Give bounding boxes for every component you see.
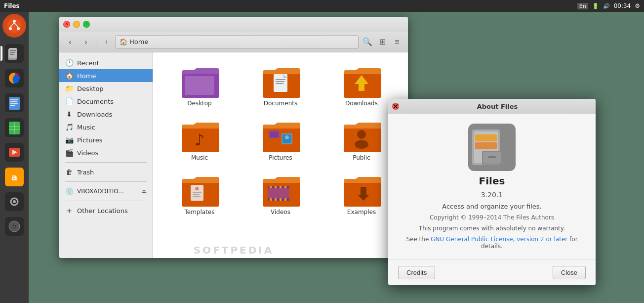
folder-music[interactable]: ♪ Music bbox=[161, 115, 238, 165]
downloads-folder-icon bbox=[342, 64, 381, 98]
sidebar-item-recent-label: Recent bbox=[77, 59, 99, 67]
plus-icon: + bbox=[65, 207, 73, 215]
sidebar-item-trash[interactable]: 🗑 Trash bbox=[59, 166, 153, 178]
sidebar-app-writer[interactable] bbox=[2, 91, 26, 115]
app-name: Files bbox=[479, 175, 505, 187]
templates-folder-icon: a bbox=[180, 173, 219, 207]
window-minimize-button[interactable]: − bbox=[73, 21, 80, 28]
menu-button[interactable]: ≡ bbox=[390, 35, 404, 49]
sidebar-app-impress[interactable] bbox=[2, 140, 26, 164]
eject-button[interactable]: ⏏ bbox=[141, 188, 147, 195]
svg-rect-8 bbox=[10, 52, 15, 53]
svg-text:a: a bbox=[11, 172, 17, 182]
nav-separator-1 bbox=[65, 162, 147, 163]
sidebar-item-other-locations[interactable]: + Other Locations bbox=[59, 204, 153, 217]
settings-icon[interactable]: ⚙ bbox=[635, 2, 640, 9]
sidebar-item-home[interactable]: 🏠 Home bbox=[59, 69, 153, 82]
pictures-nav-icon: 📷 bbox=[65, 136, 73, 144]
watermark: SOFTPEDIA bbox=[194, 244, 274, 256]
location-bar: 🏠 Home bbox=[115, 35, 359, 49]
calc-icon bbox=[5, 118, 24, 137]
license-link[interactable]: GNU General Public License, version 2 or… bbox=[431, 236, 567, 243]
window-maximize-button[interactable]: + bbox=[83, 21, 90, 28]
up-button[interactable]: ↑ bbox=[99, 35, 113, 49]
system-bar: Files En 🔋 🔊 00:34 ⚙ bbox=[0, 0, 644, 12]
nav-separator-3 bbox=[65, 201, 147, 201]
svg-text:♪: ♪ bbox=[195, 130, 204, 149]
desktop-icon: 📁 bbox=[65, 85, 73, 92]
window-toolbar: ‹ › ↑ 🏠 Home 🔍 ⊞ ≡ bbox=[59, 32, 408, 52]
close-button[interactable]: Close bbox=[553, 266, 586, 279]
credits-button[interactable]: Credits bbox=[398, 266, 435, 279]
nav-sidebar: 🕐 Recent 🏠 Home 📁 Desktop 📄 Documents ⬇ … bbox=[59, 52, 153, 258]
folder-pictures[interactable]: Pictures bbox=[242, 115, 319, 165]
app-copyright: Copyright © 1999–2014 The Files Authors bbox=[430, 214, 554, 221]
sidebar-app-dvd[interactable] bbox=[2, 215, 26, 238]
folder-documents[interactable]: Documents bbox=[242, 60, 319, 111]
sidebar-item-pictures[interactable]: 📷 Pictures bbox=[59, 133, 153, 146]
app-description: Access and organize your files. bbox=[442, 203, 541, 210]
sidebar-item-recent[interactable]: 🕐 Recent bbox=[59, 56, 153, 69]
sidebar-app-settings[interactable] bbox=[2, 190, 26, 214]
dialog-titlebar: ✕ About Files bbox=[388, 99, 596, 114]
sidebar-item-vbox-label: VBOXADDITIO... bbox=[77, 188, 124, 195]
sidebar-item-downloads[interactable]: ⬇ Downloads bbox=[59, 108, 153, 121]
sidebar-app-amazon[interactable]: a bbox=[2, 165, 26, 189]
templates-folder-label: Templates bbox=[184, 209, 214, 216]
pictures-folder-label: Pictures bbox=[269, 154, 292, 161]
documents-icon: 📄 bbox=[65, 97, 73, 105]
public-folder-label: Public bbox=[353, 154, 370, 161]
sidebar-item-documents[interactable]: 📄 Documents bbox=[59, 95, 153, 108]
back-button[interactable]: ‹ bbox=[63, 35, 77, 49]
svg-rect-74 bbox=[475, 142, 497, 149]
view-toggle-button[interactable]: ⊞ bbox=[375, 35, 389, 49]
sidebar-app-files[interactable] bbox=[2, 42, 26, 65]
sidebar-item-desktop[interactable]: 📁 Desktop bbox=[59, 82, 153, 95]
home-icon: 🏠 bbox=[120, 38, 127, 45]
folder-videos[interactable]: Videos bbox=[242, 169, 319, 219]
svg-point-49 bbox=[355, 140, 368, 149]
app-icon-large bbox=[468, 124, 516, 171]
amazon-icon: a bbox=[5, 168, 24, 186]
sidebar-app-firefox[interactable] bbox=[2, 66, 26, 90]
svg-point-34 bbox=[14, 226, 15, 227]
search-button[interactable]: 🔍 bbox=[361, 35, 374, 49]
svg-rect-65 bbox=[284, 198, 286, 201]
svg-rect-9 bbox=[10, 54, 14, 55]
svg-rect-15 bbox=[10, 101, 17, 102]
examples-folder-label: Examples bbox=[347, 209, 376, 216]
sidebar-item-videos-label: Videos bbox=[77, 149, 98, 157]
svg-rect-52 bbox=[193, 192, 201, 193]
settings-icon bbox=[5, 192, 24, 211]
app-license: See the GNU General Public License, vers… bbox=[398, 236, 586, 250]
examples-folder-icon bbox=[342, 173, 381, 207]
forward-button[interactable]: › bbox=[79, 35, 93, 49]
desktop-folder-icon bbox=[180, 64, 219, 98]
sidebar-item-home-label: Home bbox=[77, 72, 96, 80]
svg-point-30 bbox=[13, 200, 16, 203]
folder-templates[interactable]: a Templates bbox=[161, 169, 238, 219]
dialog-buttons: Credits Close bbox=[388, 260, 596, 285]
trash-icon: 🗑 bbox=[65, 168, 73, 176]
svg-rect-14 bbox=[10, 99, 18, 100]
sidebar-item-vbox[interactable]: 💿 VBOXADDITIO... ⏏ bbox=[59, 185, 153, 198]
files-window: ✕ − + ‹ › ↑ 🏠 Home 🔍 ⊞ ≡ 🕐 Recent bbox=[59, 17, 408, 258]
window-close-button[interactable]: ✕ bbox=[63, 21, 70, 28]
videos-folder-label: Videos bbox=[271, 209, 290, 216]
dvd-icon bbox=[5, 217, 24, 236]
sidebar-item-music[interactable]: 🎵 Music bbox=[59, 121, 153, 133]
svg-rect-39 bbox=[276, 81, 284, 82]
ubuntu-logo bbox=[6, 18, 22, 34]
dialog-close-button[interactable]: ✕ bbox=[392, 103, 399, 110]
sidebar-item-downloads-label: Downloads bbox=[77, 111, 112, 118]
license-before: See the bbox=[406, 236, 431, 243]
videos-folder-icon bbox=[261, 173, 300, 207]
sidebar-app-calc[interactable] bbox=[2, 116, 26, 139]
window-titlebar: ✕ − + bbox=[59, 17, 408, 32]
sidebar-item-videos[interactable]: 🎬 Videos bbox=[59, 146, 153, 159]
about-dialog: ✕ About Files Files 3.20.1 Access and or… bbox=[388, 99, 596, 285]
folder-desktop[interactable]: Desktop bbox=[161, 60, 238, 111]
ubuntu-button[interactable] bbox=[2, 14, 26, 38]
svg-rect-17 bbox=[10, 105, 15, 106]
svg-point-47 bbox=[285, 135, 289, 139]
